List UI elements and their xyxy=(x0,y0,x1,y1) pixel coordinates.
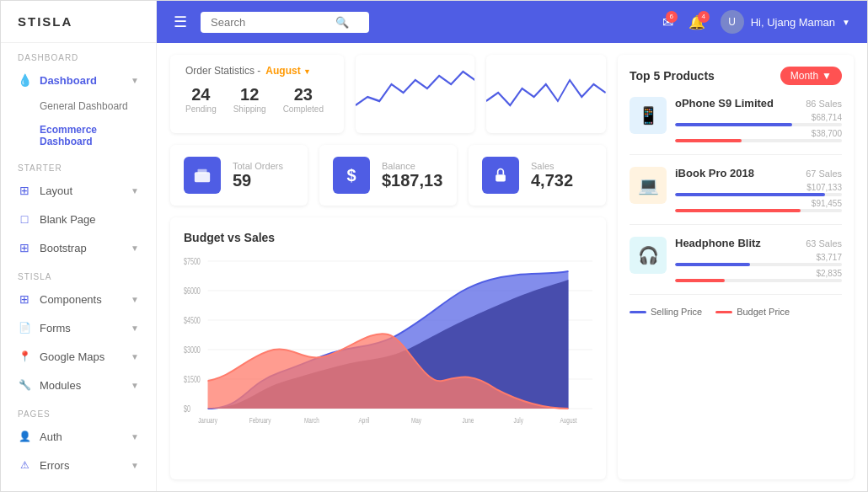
layout-icon: ⊞ xyxy=(18,184,31,197)
blank-icon: □ xyxy=(18,212,31,226)
budget-chart: Budget vs Sales $7500 $6000 $4500 $3000 … xyxy=(170,217,606,479)
product-item-2: 💻 iBook Pro 2018 67 Sales $107,133 $91,4… xyxy=(630,167,842,225)
product-icon-headphone: 🎧 xyxy=(630,237,667,274)
hamburger-icon[interactable]: ☰ xyxy=(174,13,187,31)
budget-bar-fill-2 xyxy=(675,209,801,212)
budget-bar-2 xyxy=(675,209,842,212)
mail-badge: 6 xyxy=(666,11,678,23)
mail-icon-button[interactable]: ✉ 6 xyxy=(662,14,673,30)
month-filter-button[interactable]: Month ▼ xyxy=(780,67,842,85)
balance-info: Balance $187,13 xyxy=(382,161,442,190)
product-name-1: oPhone S9 Limited xyxy=(675,97,774,110)
total-orders-card: Total Orders 59 xyxy=(170,145,308,206)
sidebar-section-dashboard: DASHBOARD xyxy=(1,43,156,66)
orders-icon xyxy=(184,157,221,194)
order-stats-card: Order Statistics - August ▼ 24 Pending 1… xyxy=(170,55,344,133)
svg-text:March: March xyxy=(304,416,319,425)
svg-text:May: May xyxy=(411,416,421,425)
svg-rect-2 xyxy=(496,174,506,181)
shipping-stat: 12 Shipping xyxy=(233,85,266,114)
sidebar-item-dashboard[interactable]: 💧 Dashboard ▼ xyxy=(1,66,156,94)
sidebar-section-stisla: STISLA xyxy=(1,262,156,285)
search-icon: 🔍 xyxy=(335,16,349,29)
month-dropdown-icon: ▼ xyxy=(303,67,311,76)
sidebar-section-pages: PAGES xyxy=(1,399,156,422)
wave-chart-2 xyxy=(486,55,606,131)
svg-text:$6000: $6000 xyxy=(184,286,201,297)
sidebar-section-starter: STARTER xyxy=(1,153,156,176)
product-sales-2: 67 Sales xyxy=(806,168,842,179)
product-name-row-1: oPhone S9 Limited 86 Sales xyxy=(675,97,842,110)
order-stats-header: Order Statistics - August ▼ xyxy=(185,65,329,77)
balance-icon: $ xyxy=(333,157,370,194)
user-menu[interactable]: U Hi, Ujang Maman ▼ xyxy=(721,10,850,34)
content: Order Statistics - August ▼ 24 Pending 1… xyxy=(157,43,867,491)
svg-rect-1 xyxy=(198,169,207,174)
top-products-header: Top 5 Products Month ▼ xyxy=(630,67,842,85)
modules-icon: 🔧 xyxy=(18,378,31,392)
product-sales-3: 63 Sales xyxy=(806,238,842,249)
chevron-layout-icon: ▼ xyxy=(131,186,139,195)
product-item-1: 📱 oPhone S9 Limited 86 Sales $68,714 $38… xyxy=(630,97,842,155)
selling-bar-3 xyxy=(675,263,842,266)
orders-info: Total Orders 59 xyxy=(233,161,283,190)
wave-chart-1 xyxy=(356,55,475,131)
sidebar-sub-ecommerce-dashboard[interactable]: Ecommerce Dashboard xyxy=(1,118,156,153)
wave-card-1 xyxy=(356,55,475,133)
sidebar-item-bootstrap[interactable]: ⊞ Bootstrap ▼ xyxy=(1,233,156,262)
product-sales-1: 86 Sales xyxy=(806,99,842,109)
completed-stat: 23 Completed xyxy=(283,85,324,114)
water-icon: 💧 xyxy=(18,73,31,87)
legend: Selling Price Budget Price xyxy=(630,307,842,317)
legend-dot-blue xyxy=(630,311,646,313)
chart-title: Budget vs Sales xyxy=(184,231,592,244)
budget-vs-sales-svg: $7500 $6000 $4500 $3000 $1500 $0 xyxy=(184,254,592,440)
chevron-maps-icon: ▼ xyxy=(131,352,139,361)
order-month[interactable]: August ▼ xyxy=(265,65,311,77)
bell-icon-button[interactable]: 🔔 4 xyxy=(689,14,705,30)
chevron-components-icon: ▼ xyxy=(131,295,139,304)
svg-text:$4500: $4500 xyxy=(184,316,201,326)
auth-icon: 👤 xyxy=(18,430,31,443)
legend-budget-price: Budget Price xyxy=(715,307,790,317)
maps-icon: 📍 xyxy=(18,350,31,363)
bell-badge: 4 xyxy=(698,11,710,23)
svg-text:$0: $0 xyxy=(184,404,190,414)
sidebar-item-layout[interactable]: ⊞ Layout ▼ xyxy=(1,176,156,205)
svg-text:$7500: $7500 xyxy=(184,257,201,267)
product-item-3: 🎧 Headphone Blitz 63 Sales $3,717 $2,835 xyxy=(630,237,842,295)
budget-bar-fill-3 xyxy=(675,279,725,282)
svg-text:February: February xyxy=(249,416,271,425)
product-icon-phone: 📱 xyxy=(630,97,667,134)
chevron-icon: ▼ xyxy=(131,76,139,85)
app-container: STISLA DASHBOARD 💧 Dashboard ▼ General D… xyxy=(0,0,868,492)
selling-label-3: $3,717 xyxy=(675,253,842,262)
sidebar-sub-general-dashboard[interactable]: General Dashboard xyxy=(1,94,156,118)
sidebar-item-modules[interactable]: 🔧 Modules ▼ xyxy=(1,371,156,399)
sidebar-item-forms[interactable]: 📄 Forms ▼ xyxy=(1,313,156,342)
stat-numbers: 24 Pending 12 Shipping 23 Completed xyxy=(185,85,329,114)
avatar: U xyxy=(721,10,744,34)
product-name-row-2: iBook Pro 2018 67 Sales xyxy=(675,167,842,179)
sidebar: STISLA DASHBOARD 💧 Dashboard ▼ General D… xyxy=(1,1,157,491)
selling-bar-fill-1 xyxy=(675,123,792,126)
sidebar-item-auth[interactable]: 👤 Auth ▼ xyxy=(1,422,156,451)
errors-icon: ⚠ xyxy=(18,458,31,472)
product-details-3: Headphone Blitz 63 Sales $3,717 $2,835 xyxy=(675,237,842,282)
tray-icon xyxy=(193,166,212,184)
forms-icon: 📄 xyxy=(18,321,31,334)
budget-label-2: $91,455 xyxy=(675,199,842,208)
sidebar-item-maps[interactable]: 📍 Google Maps ▼ xyxy=(1,342,156,371)
month-btn-chevron-icon: ▼ xyxy=(822,70,832,82)
budget-label-3: $2,835 xyxy=(675,269,842,278)
budget-bar-1 xyxy=(675,139,842,142)
sidebar-item-components[interactable]: ⊞ Components ▼ xyxy=(1,285,156,313)
svg-text:$1500: $1500 xyxy=(184,375,201,385)
top-products-panel: Top 5 Products Month ▼ 📱 oPhone S9 Limit… xyxy=(618,55,854,479)
top-products-title: Top 5 Products xyxy=(630,69,715,83)
sales-icon xyxy=(482,157,519,194)
search-input[interactable] xyxy=(211,16,329,29)
sidebar-item-blank[interactable]: □ Blank Page xyxy=(1,205,156,233)
sidebar-item-errors[interactable]: ⚠ Errors ▼ xyxy=(1,451,156,479)
budget-bar-fill-1 xyxy=(675,139,742,142)
